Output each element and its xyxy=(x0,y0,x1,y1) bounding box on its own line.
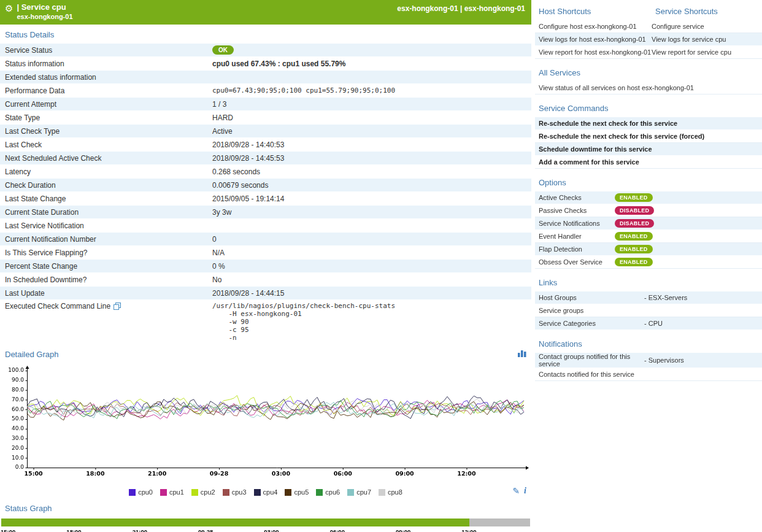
host-shortcut-link[interactable]: View report for host esx-hongkong-01 xyxy=(539,47,652,58)
status-row-value: 0.268 seconds xyxy=(207,166,531,178)
breadcrumb[interactable]: esx-hongkong-01 | esx-hongkong-01 xyxy=(397,4,525,13)
status-row: Percent State Change0 % xyxy=(0,260,531,273)
status-timeline-bar xyxy=(1,519,530,526)
info-icon[interactable]: i xyxy=(524,486,526,496)
cpu-usage-chart xyxy=(1,366,529,484)
status-row: Current Notification Number0 xyxy=(0,233,531,246)
all-services-section: All Services View status of all services… xyxy=(535,63,762,94)
service-shortcut-link[interactable]: Configure service xyxy=(652,21,758,32)
all-services-heading: All Services xyxy=(535,63,762,82)
legend-swatch xyxy=(379,489,385,496)
status-row-label: Performance Data xyxy=(0,85,207,97)
option-state-badge[interactable]: DISABLED xyxy=(615,219,654,228)
legend-swatch xyxy=(223,489,229,496)
links-heading: Links xyxy=(535,272,762,291)
status-axis-label: 09-28 xyxy=(198,528,213,532)
service-header-left: ⚙ | Service cpu esx-hongkong-01 xyxy=(5,3,73,21)
option-state-badge[interactable]: DISABLED xyxy=(615,206,654,215)
status-row-value: Active xyxy=(207,125,531,137)
status-row-value: 0 xyxy=(207,233,531,245)
service-command-row: Schedule downtime for this service xyxy=(535,143,762,156)
status-row-label: Executed Check Command Line xyxy=(0,300,207,314)
link-row-label: Host Groups xyxy=(539,294,644,301)
legend-item: cpu4 xyxy=(254,488,278,496)
host-shortcut-link[interactable]: Configure host esx-hongkong-01 xyxy=(539,21,652,32)
option-label: Event Handler xyxy=(539,233,615,240)
shortcut-row: Configure host esx-hongkong-01Configure … xyxy=(535,20,762,33)
status-row: Last State Change2015/09/05 - 19:14:14 xyxy=(0,192,531,206)
options-list: Active ChecksENABLEDPassive ChecksDISABL… xyxy=(535,191,762,269)
option-row: Service NotificationsDISABLED xyxy=(535,217,762,230)
status-row-label: Last Service Notification xyxy=(0,220,207,232)
status-row: Latency0.268 seconds xyxy=(0,165,531,179)
status-details-table: Service StatusOKStatus informationcpu0 u… xyxy=(0,44,531,344)
shortcuts-section: Host Shortcuts Service Shortcuts Configu… xyxy=(535,1,762,59)
status-row: Check Duration0.00679 seconds xyxy=(0,179,531,192)
status-axis-label: 09:00 xyxy=(396,528,410,532)
status-row-value: N/A xyxy=(207,247,531,259)
status-axis-label: 21:00 xyxy=(133,528,147,532)
copy-command-icon[interactable] xyxy=(114,303,121,312)
all-services-row: View status of all services on host esx-… xyxy=(535,82,762,94)
status-row-label: Is This Service Flapping? xyxy=(0,247,207,259)
option-row: Passive ChecksDISABLED xyxy=(535,204,762,217)
status-row: Last Check TypeActive xyxy=(0,125,531,138)
status-row-value xyxy=(207,224,531,228)
service-shortcut-link[interactable]: View logs for service cpu xyxy=(652,34,758,45)
notification-row-value[interactable]: - Supervisors xyxy=(644,357,758,364)
option-label: Flap Detection xyxy=(539,245,615,253)
legend-item: cpu5 xyxy=(285,488,309,496)
service-command-link[interactable]: Re-schedule the next check for this serv… xyxy=(539,133,704,140)
edit-graph-icon[interactable]: ✎ xyxy=(512,486,520,496)
status-row-value: 3y 3w xyxy=(207,206,531,218)
status-row: State TypeHARD xyxy=(0,111,531,125)
legend-label: cpu6 xyxy=(325,488,340,496)
option-state-badge[interactable]: ENABLED xyxy=(615,232,653,241)
gear-icon[interactable]: ⚙ xyxy=(5,4,13,13)
service-commands-list: Re-schedule the next check for this serv… xyxy=(535,117,762,169)
status-row-label: Next Scheduled Active Check xyxy=(0,152,207,164)
legend-swatch xyxy=(347,489,354,496)
chart-legend-row: cpu0cpu1cpu2cpu3cpu4cpu5cpu6cpu7cpu8 ✎ i xyxy=(0,486,531,498)
service-command-link[interactable]: Re-schedule the next check for this serv… xyxy=(539,120,677,127)
option-state-badge[interactable]: ENABLED xyxy=(615,193,653,202)
status-row-label: Check Duration xyxy=(0,179,207,191)
legend-swatch xyxy=(191,489,198,496)
option-state-badge[interactable]: ENABLED xyxy=(615,245,653,253)
link-row-value[interactable]: - ESX-Servers xyxy=(644,294,758,301)
status-row-value: 0.00679 seconds xyxy=(207,179,531,191)
service-command-link[interactable]: Schedule downtime for this service xyxy=(539,145,652,153)
status-row-value: OK xyxy=(207,44,531,56)
chart-legend: cpu0cpu1cpu2cpu3cpu4cpu5cpu6cpu7cpu8 xyxy=(0,486,531,498)
status-row-value xyxy=(207,75,531,79)
service-commands-section: Service Commands Re-schedule the next ch… xyxy=(535,98,762,169)
option-row: Obsess Over ServiceENABLED xyxy=(535,256,762,269)
link-row-value[interactable]: - CPU xyxy=(644,320,758,327)
status-row-label: Current Attempt xyxy=(0,98,207,110)
status-row: In Scheduled Downtime?No xyxy=(0,273,531,287)
status-row: Service StatusOK xyxy=(0,44,531,57)
service-command-link[interactable]: Add a comment for this service xyxy=(539,158,639,166)
option-state-badge[interactable]: ENABLED xyxy=(615,258,653,266)
service-header: ⚙ | Service cpu esx-hongkong-01 esx-hong… xyxy=(0,0,531,25)
detailed-graph-section: Detailed Graph cpu0cpu1cpu2cpu3cpu4cpu5c… xyxy=(0,344,531,498)
status-row-label: Latency xyxy=(0,166,207,178)
link-row: Service groups xyxy=(535,304,762,317)
host-shortcut-link[interactable]: View logs for host esx-hongkong-01 xyxy=(539,34,652,45)
legend-item: cpu0 xyxy=(129,488,153,496)
page: ⚙ | Service cpu esx-hongkong-01 esx-hong… xyxy=(0,0,762,532)
status-row: Last Check2018/09/28 - 14:40:53 xyxy=(0,138,531,152)
link-row-label: Service groups xyxy=(539,307,644,314)
bar-chart-icon[interactable] xyxy=(518,349,526,359)
status-row-label: Current State Duration xyxy=(0,206,207,218)
service-command-row: Add a comment for this service xyxy=(535,156,762,169)
service-shortcut-link[interactable]: View report for service cpu xyxy=(652,47,758,58)
status-row: Current Attempt1 / 3 xyxy=(0,98,531,111)
status-row-value: 2015/09/05 - 19:14:14 xyxy=(207,193,531,205)
shortcut-row: View logs for host esx-hongkong-01View l… xyxy=(535,33,762,46)
shortcuts-table: Configure host esx-hongkong-01Configure … xyxy=(535,20,762,59)
status-row-value: 2018/09/28 - 14:40:53 xyxy=(207,139,531,151)
all-services-link[interactable]: View status of all services on host esx-… xyxy=(539,84,694,91)
side-panel: Host Shortcuts Service Shortcuts Configu… xyxy=(535,0,762,532)
notification-row-label: Contacts notified for this service xyxy=(539,371,644,378)
